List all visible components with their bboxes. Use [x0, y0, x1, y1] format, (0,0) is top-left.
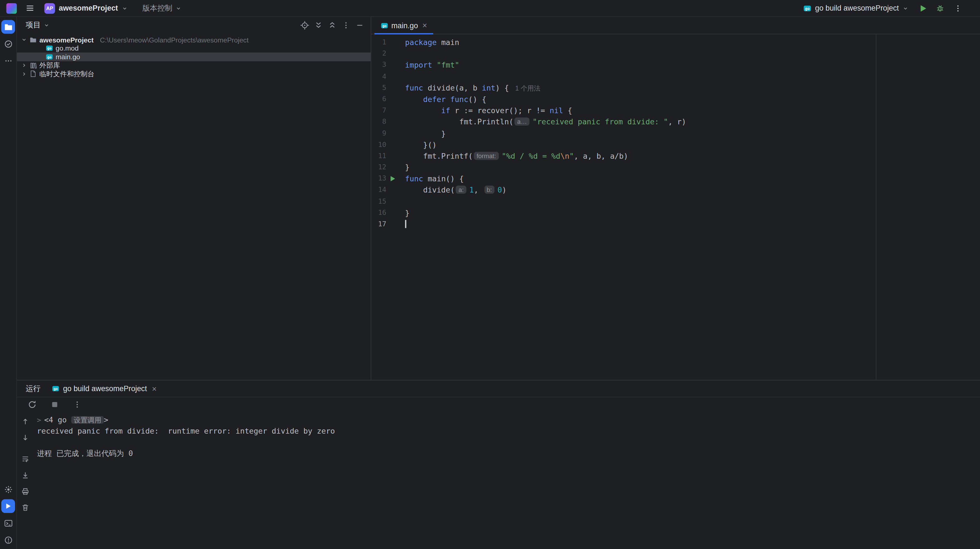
- code-line-5[interactable]: 5func divide(a, b int) {1 个用法: [371, 83, 980, 94]
- vcs-widget[interactable]: 版本控制: [139, 2, 184, 15]
- project-widget[interactable]: AP awesomeProject: [41, 2, 130, 15]
- stripe-more-button[interactable]: [1, 54, 15, 67]
- main-menu-button[interactable]: [23, 1, 38, 15]
- line-number[interactable]: 16: [371, 207, 386, 219]
- target-icon: [300, 21, 309, 30]
- console-output[interactable]: ><4 go 设置调用>received panic from divide: …: [33, 412, 980, 549]
- code-line-15[interactable]: 15: [371, 196, 980, 207]
- editor-tab-main-go[interactable]: go main.go ×: [375, 17, 434, 33]
- stripe-problems-button[interactable]: [1, 533, 15, 547]
- project-panel-title[interactable]: 项目: [26, 20, 41, 31]
- code-line-13[interactable]: 13func main() {: [371, 173, 980, 185]
- rerun-button[interactable]: [24, 398, 40, 411]
- more-actions-button[interactable]: [950, 1, 965, 15]
- code-token: 1: [469, 186, 474, 194]
- inlay-hint[interactable]: b:: [484, 186, 495, 194]
- code-line-2[interactable]: 2: [371, 48, 980, 60]
- scroll-to-end-button[interactable]: [18, 468, 33, 482]
- hide-panel-button[interactable]: [353, 19, 366, 32]
- arrow-up-icon: [21, 417, 29, 425]
- vcs-label: 版本控制: [142, 3, 172, 13]
- code-line-4[interactable]: 4: [371, 71, 980, 83]
- stripe-project-button[interactable]: [1, 20, 15, 34]
- code-line-3[interactable]: 3import "fmt": [371, 60, 980, 71]
- line-number[interactable]: 15: [371, 196, 386, 207]
- code-line-6[interactable]: 6 defer func() {: [371, 94, 980, 105]
- inlay-hint[interactable]: format:: [474, 152, 498, 160]
- chevron-expanded-icon[interactable]: [21, 37, 27, 43]
- run-gutter-icon[interactable]: [386, 173, 399, 185]
- line-number[interactable]: 1: [371, 37, 386, 48]
- usages-hint[interactable]: 1 个用法: [515, 84, 540, 92]
- code-token: () {: [468, 95, 486, 104]
- close-tab-icon[interactable]: ×: [422, 21, 427, 29]
- go-file-icon: go: [381, 22, 388, 29]
- tree-item-main.go[interactable]: gomain.go: [17, 52, 371, 61]
- fold-chevron-icon[interactable]: >: [37, 416, 41, 424]
- library-icon: [29, 62, 37, 69]
- prev-occurrence-button[interactable]: [18, 414, 33, 428]
- select-opened-file-button[interactable]: [298, 19, 311, 32]
- run-tab[interactable]: go go build awesomeProject ×: [52, 384, 157, 393]
- clear-all-button[interactable]: [18, 500, 33, 514]
- code-line-16[interactable]: 16}: [371, 207, 980, 219]
- code-line-12[interactable]: 12}: [371, 162, 980, 173]
- line-number[interactable]: 17: [371, 219, 386, 230]
- stripe-commit-button[interactable]: [1, 37, 15, 51]
- line-number[interactable]: 2: [371, 48, 386, 60]
- collapse-all-button[interactable]: [326, 19, 338, 32]
- code-line-9[interactable]: 9 }: [371, 128, 980, 139]
- line-number[interactable]: 10: [371, 139, 386, 151]
- inlay-hint[interactable]: a:: [456, 186, 466, 194]
- soft-wrap-button[interactable]: [18, 452, 33, 465]
- expand-all-button[interactable]: [312, 19, 325, 32]
- close-run-tab-icon[interactable]: ×: [152, 384, 157, 392]
- code-token: "received panic from divide: ": [533, 117, 668, 126]
- next-occurrence-button[interactable]: [18, 430, 33, 444]
- gutter-spacer: [386, 60, 399, 71]
- project-panel-options-button[interactable]: [339, 19, 352, 32]
- line-number[interactable]: 8: [371, 116, 386, 128]
- line-number[interactable]: 3: [371, 60, 386, 71]
- code-area[interactable]: 1package main23import "fmt"45func divide…: [371, 34, 980, 380]
- go-file-icon: go: [803, 4, 811, 12]
- code-line-7[interactable]: 7 if r := recover(); r != nil {: [371, 105, 980, 116]
- line-number[interactable]: 7: [371, 105, 386, 116]
- tree-item-临时文件和控制台[interactable]: 临时文件和控制台: [17, 70, 371, 78]
- line-number[interactable]: 13: [371, 173, 386, 185]
- line-number[interactable]: 4: [371, 71, 386, 83]
- stripe-run-button[interactable]: [1, 499, 15, 513]
- folded-region-badge[interactable]: 设置调用: [71, 416, 104, 424]
- stop-button[interactable]: [47, 398, 62, 411]
- code-token: ,: [474, 186, 483, 194]
- code-line-11[interactable]: 11 fmt.Printf(format:"%d / %d = %d\n", a…: [371, 151, 980, 162]
- code-token: ) {: [495, 84, 509, 92]
- code-token: }(): [405, 140, 437, 149]
- line-number[interactable]: 6: [371, 94, 386, 105]
- stripe-terminal-button[interactable]: [1, 516, 15, 530]
- line-number[interactable]: 9: [371, 128, 386, 139]
- code-line-10[interactable]: 10 }(): [371, 139, 980, 151]
- line-number[interactable]: 12: [371, 162, 386, 173]
- run-options-button[interactable]: [69, 398, 84, 411]
- run-config-widget[interactable]: go go build awesomeProject: [799, 3, 913, 14]
- chevron-collapsed-icon[interactable]: [21, 71, 27, 76]
- code-line-17[interactable]: 17: [371, 219, 980, 230]
- inlay-hint[interactable]: a…: [515, 117, 530, 126]
- tree-item-外部库[interactable]: 外部库: [17, 61, 371, 70]
- run-button[interactable]: [915, 1, 930, 15]
- play-icon: [918, 4, 927, 12]
- line-number[interactable]: 14: [371, 185, 386, 196]
- chevron-collapsed-icon[interactable]: [21, 63, 27, 68]
- debug-button[interactable]: [933, 1, 948, 15]
- ide-window: AP awesomeProject 版本控制 go go build aweso…: [0, 0, 980, 549]
- code-line-14[interactable]: 14 divide(a:1, b:0): [371, 185, 980, 196]
- code-line-1[interactable]: 1package main: [371, 37, 980, 48]
- stripe-services-button[interactable]: [1, 482, 15, 496]
- tree-item-awesomeProject[interactable]: awesomeProjectC:\Users\meow\GolandProjec…: [17, 35, 371, 44]
- tree-item-go.mod[interactable]: gogo.mod: [17, 44, 371, 52]
- code-line-8[interactable]: 8 fmt.Println(a…"received panic from div…: [371, 116, 980, 128]
- line-number[interactable]: 11: [371, 151, 386, 162]
- print-button[interactable]: [18, 484, 33, 498]
- line-number[interactable]: 5: [371, 83, 386, 94]
